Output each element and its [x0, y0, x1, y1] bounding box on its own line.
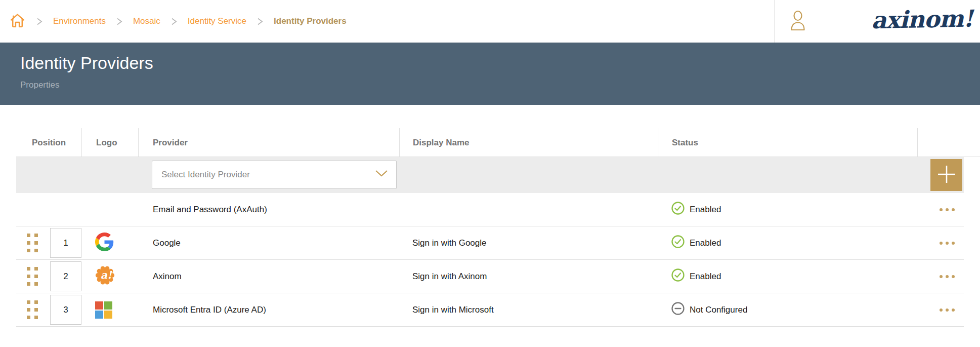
page-title: Identity Providers — [20, 53, 980, 73]
identity-provider-select[interactable]: Select Identity Provider — [152, 161, 397, 189]
table-row: Email and Password (AxAuth) Enabled — [16, 193, 964, 226]
actions-cell — [917, 226, 964, 259]
status-label: Enabled — [690, 272, 721, 282]
logo-cell — [81, 226, 138, 259]
column-header-position: Position — [16, 128, 81, 157]
logo-cell: a! — [81, 260, 138, 293]
status-cell: Not Configured — [659, 293, 917, 326]
actions-cell — [917, 293, 964, 326]
check-circle-icon — [671, 235, 685, 251]
column-header-logo: Logo — [81, 128, 138, 157]
provider-name: Email and Password (AxAuth) — [138, 193, 399, 226]
provider-name: Microsoft Entra ID (Azure AD) — [138, 293, 399, 326]
position-value: 3 — [50, 295, 81, 325]
position-value: 1 — [50, 228, 81, 258]
chevron-right-icon — [171, 17, 178, 26]
column-header-status: Status — [659, 128, 917, 157]
chevron-right-icon — [36, 17, 43, 26]
google-logo — [95, 233, 114, 254]
status-cell: Enabled — [659, 260, 917, 293]
table-header-row: Position Logo Provider Display Name Stat… — [16, 128, 964, 157]
column-header-display-name: Display Name — [399, 128, 659, 157]
table-filter-row: Select Identity Provider — [16, 157, 964, 193]
check-circle-icon — [671, 268, 685, 284]
user-profile-button[interactable] — [789, 10, 806, 32]
chevron-down-icon — [375, 170, 388, 180]
status-cell: Enabled — [659, 193, 917, 226]
plus-icon — [936, 164, 957, 186]
row-menu-button[interactable] — [940, 242, 955, 245]
position-cell — [16, 193, 81, 226]
check-circle-icon — [671, 202, 685, 217]
identity-providers-table: Position Logo Provider Display Name Stat… — [16, 128, 964, 327]
table-row: 1 Google Sign in with Google En — [16, 226, 964, 260]
chevron-right-icon — [257, 17, 264, 26]
page-subtitle: Properties — [20, 80, 980, 90]
breadcrumb-environments[interactable]: Environments — [53, 16, 106, 26]
microsoft-logo — [95, 301, 112, 319]
breadcrumb-identity-service[interactable]: Identity Service — [188, 16, 246, 26]
axinom-logo: axinom! — [882, 2, 973, 36]
table-row: 2 a! — [16, 260, 964, 293]
display-name: Sign in with Google — [399, 226, 659, 259]
position-value: 2 — [50, 261, 81, 291]
breadcrumb-identity-providers: Identity Providers — [274, 16, 347, 26]
logo-cell — [81, 293, 138, 326]
minus-circle-icon — [671, 302, 685, 318]
display-name: Sign in with Microsoft — [399, 293, 659, 326]
actions-cell — [917, 193, 964, 226]
display-name — [399, 193, 659, 226]
status-label: Enabled — [690, 238, 721, 248]
svg-text:a!: a! — [101, 269, 113, 281]
provider-name: Axinom — [138, 260, 399, 293]
column-header-provider: Provider — [138, 128, 399, 157]
column-header-actions — [917, 128, 964, 157]
chevron-right-icon — [116, 17, 123, 26]
drag-handle-icon[interactable] — [27, 300, 38, 319]
axinom-logo: a! — [95, 265, 115, 288]
drag-handle-icon[interactable] — [27, 234, 38, 252]
breadcrumb-mosaic[interactable]: Mosaic — [133, 16, 160, 26]
position-cell: 2 — [16, 260, 81, 293]
actions-cell — [917, 260, 964, 293]
page-header: Identity Providers Properties — [0, 43, 980, 105]
display-name: Sign in with Axinom — [399, 260, 659, 293]
identity-providers-page: Environments Mosaic Identity Service Ide… — [0, 0, 980, 347]
row-menu-button[interactable] — [940, 275, 955, 278]
status-label: Not Configured — [690, 305, 747, 315]
topbar-divider — [774, 0, 775, 43]
status-label: Enabled — [690, 205, 721, 215]
home-icon[interactable] — [9, 12, 26, 31]
position-cell: 3 — [16, 293, 81, 326]
table-row: 3 Microsoft Entra ID (Azure AD) Sign in … — [16, 293, 964, 327]
select-placeholder: Select Identity Provider — [161, 170, 250, 180]
provider-name: Google — [138, 226, 399, 259]
row-menu-button[interactable] — [940, 309, 955, 312]
position-cell: 1 — [16, 226, 81, 259]
status-cell: Enabled — [659, 226, 917, 259]
logo-cell — [81, 193, 138, 226]
add-provider-button[interactable] — [930, 159, 962, 191]
row-menu-button[interactable] — [940, 208, 955, 211]
breadcrumb: Environments Mosaic Identity Service Ide… — [9, 0, 347, 43]
drag-handle-icon[interactable] — [27, 267, 38, 286]
top-bar: Environments Mosaic Identity Service Ide… — [0, 0, 980, 43]
